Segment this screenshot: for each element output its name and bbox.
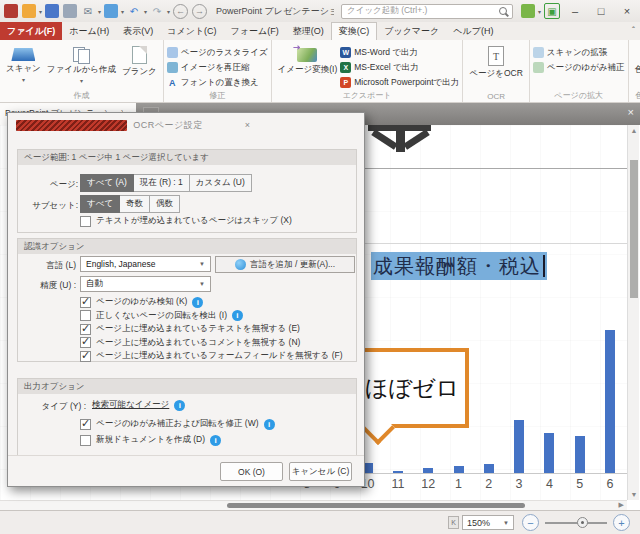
zoom-slider[interactable] <box>545 522 607 524</box>
zoom-out-button[interactable]: − <box>522 514 539 531</box>
vertical-scrollbar[interactable]: ▲ ▼ <box>627 125 639 500</box>
recognition-checkbox-1: ページのゆがみ検知 (K)i <box>80 296 203 308</box>
checkbox[interactable] <box>80 419 91 430</box>
checkbox[interactable] <box>80 324 91 335</box>
document-pane-close-icon[interactable]: × <box>628 106 634 118</box>
zoom-in-button[interactable]: + <box>613 514 630 531</box>
type-value-link[interactable]: 検索可能なイメージ <box>92 399 169 411</box>
horizontal-scrollbar[interactable]: ▶ <box>0 500 627 510</box>
redo-icon[interactable]: ↷ <box>150 4 164 18</box>
share-icon[interactable] <box>104 4 118 18</box>
save-icon[interactable] <box>45 4 59 18</box>
dropdown-arrow-icon[interactable]: ▾ <box>538 8 541 15</box>
minimize-button[interactable]: – <box>562 2 588 20</box>
ribbon-group-label: エクスポート <box>272 90 463 101</box>
menu-tab-3[interactable]: 表示(V) <box>116 22 160 40</box>
menu-tab-5[interactable]: フォーム(F) <box>224 22 286 40</box>
checkbox[interactable] <box>80 435 91 446</box>
page-option-1[interactable]: すべて (A) <box>80 174 134 192</box>
ribbon-button-label: イメージ変換(I) <box>278 64 338 76</box>
ribbon-collapse-icon[interactable]: ˆ <box>632 25 635 35</box>
info-icon: i <box>210 435 221 446</box>
dropdown-arrow-icon: ▾ <box>80 77 83 84</box>
scroll-up-icon[interactable]: ▲ <box>628 127 640 134</box>
ribbon-button[interactable]: スキャン▾ <box>3 42 44 85</box>
undo-icon[interactable]: ↶ <box>127 4 141 18</box>
menu-tab-1[interactable]: ファイル(F) <box>0 22 62 40</box>
dialog-titlebar[interactable]: OCRページ設定 × <box>8 113 364 137</box>
checkbox[interactable] <box>80 351 91 362</box>
checkbox[interactable] <box>80 297 91 308</box>
menu-tab-2[interactable]: ホーム(H) <box>62 22 116 40</box>
blank-page-icon <box>132 46 147 64</box>
dropdown-arrow-icon[interactable]: ▾ <box>144 8 147 15</box>
app-icon[interactable] <box>4 4 18 18</box>
ribbon: スキャン▾ファイルから作成▾ブランク作成ページのラスタライズイメージを再圧縮Aフ… <box>0 40 640 103</box>
dropdown-arrow-icon[interactable]: ▾ <box>167 8 170 15</box>
dropdown-arrow-icon[interactable]: ▾ <box>98 8 101 15</box>
ribbon-group-5: スキャンの拡張ページのゆがみ補正ページの拡大 <box>530 40 629 102</box>
print-icon[interactable] <box>63 4 77 18</box>
chart-x-label: 4 <box>536 477 562 491</box>
ocr-pages-dialog: OCRページ設定 × ページ範囲: 1 ページ中 1 ページ選択しています ペー… <box>7 112 365 487</box>
recognition-checkbox-5: ページ上に埋め込まれているフォームフィールドを無視する (F) <box>80 350 343 362</box>
page-option-3[interactable]: カスタム (U) <box>190 174 252 192</box>
titlebar: ▾✉▾▾↶▾↷▾ ←→ PowerPoint プレゼンテーション* - PDF-… <box>0 0 640 22</box>
scroll-down-icon[interactable]: ▼ <box>628 491 640 498</box>
ribbon-button[interactable]: ブランク <box>119 42 160 80</box>
ribbon-button[interactable]: Aフォントの置き換え <box>167 75 268 90</box>
open-folder-icon[interactable] <box>22 4 36 18</box>
language-select[interactable]: English, Japanese▼ <box>80 256 211 272</box>
accuracy-select[interactable]: 自動▼ <box>80 276 211 292</box>
forward-icon[interactable]: → <box>192 4 207 19</box>
ribbon-button[interactable]: イメージ変換(I) <box>275 42 341 78</box>
back-icon[interactable]: ← <box>173 4 188 19</box>
checkbox[interactable] <box>80 216 91 227</box>
menu-tab-9[interactable]: ヘルプ(H) <box>446 22 500 40</box>
ribbon-button[interactable]: スキャンの拡張 <box>533 45 625 60</box>
subset-option-3[interactable]: 偶数 <box>150 195 180 213</box>
ribbon-button[interactable]: ファイルから作成▾ <box>44 42 119 86</box>
ribbon-button[interactable]: XMS-Excel で出力 <box>340 60 459 75</box>
zoom-level-select[interactable]: 150%▼ <box>462 515 514 530</box>
menu-tab-6[interactable]: 整理(O) <box>286 22 331 40</box>
vertical-scrollbar-thumb[interactable] <box>630 160 638 298</box>
ribbon-button[interactable]: イメージを再圧縮 <box>167 60 268 75</box>
ok-button[interactable]: OK (O) <box>220 462 283 481</box>
ribbon-button[interactable]: TページをOCR <box>466 42 526 82</box>
cancel-button[interactable]: キャンセル (C) <box>289 462 352 481</box>
fit-page-icon[interactable]: K <box>448 516 459 529</box>
email-icon[interactable]: ✉ <box>81 4 95 18</box>
close-button[interactable]: × <box>614 2 640 20</box>
selected-text[interactable]: 成果報酬額・税込 <box>371 252 547 280</box>
ribbon-button[interactable]: ページのゆがみ補正 <box>533 60 625 75</box>
checkbox[interactable] <box>80 310 91 321</box>
menu-tab-8[interactable]: ブックマーク <box>377 22 446 40</box>
ribbon-button[interactable]: 色を変換 <box>632 42 640 78</box>
maximize-button[interactable]: □ <box>588 2 614 20</box>
ribbon-button[interactable]: ページのラスタライズ <box>167 45 268 60</box>
horizontal-scrollbar-thumb[interactable] <box>227 503 525 508</box>
dropdown-arrow-icon[interactable]: ▾ <box>121 8 124 15</box>
zoom-slider-knob[interactable] <box>577 517 588 528</box>
subset-option-1[interactable]: すべて <box>80 195 120 213</box>
page-option-2[interactable]: 現在 (R) : 1 <box>134 174 190 192</box>
ribbon-button[interactable]: WMS-Word で出力 <box>340 45 459 60</box>
subset-segmented: すべて奇数偶数 <box>80 195 180 213</box>
ribbon-group-label: OCR <box>463 92 529 101</box>
page-divider-line <box>363 168 627 169</box>
quick-launch-box[interactable]: クイック起動 (Ctrl+.) <box>341 4 513 19</box>
menu-tab-7[interactable]: 変換(C) <box>331 22 378 40</box>
checkbox[interactable] <box>80 337 91 348</box>
rasterize-icon <box>167 47 178 58</box>
add-language-button[interactable]: 言語を追加 / 更新(A)... <box>215 256 355 273</box>
dialog-close-icon[interactable]: × <box>245 120 356 130</box>
ribbon-button[interactable]: PMicrosoft Powerpointで出力 <box>340 75 459 90</box>
subset-option-2[interactable]: 奇数 <box>120 195 150 213</box>
fullscreen-icon[interactable]: ▣ <box>544 3 560 19</box>
menu-tab-4[interactable]: コメント(C) <box>160 22 223 40</box>
ui-options-icon[interactable] <box>521 4 535 18</box>
dialog-title: OCRページ設定 <box>133 119 244 132</box>
dropdown-arrow-icon[interactable]: ▾ <box>39 8 42 15</box>
scroll-right-icon[interactable]: ▶ <box>619 501 624 509</box>
